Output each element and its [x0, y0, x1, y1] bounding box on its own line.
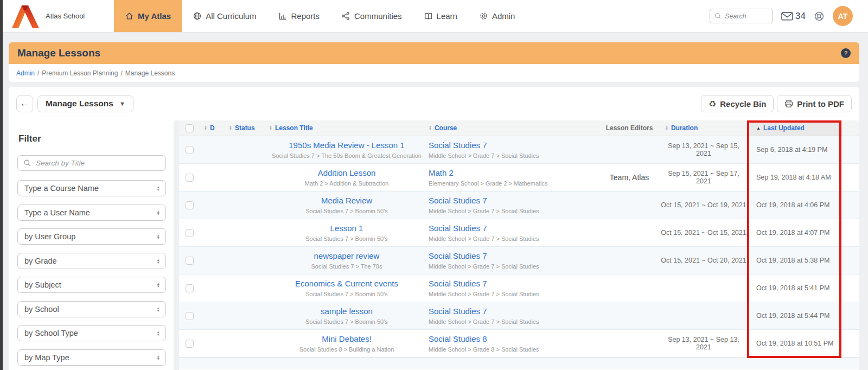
lesson-title-link[interactable]: sample lesson: [321, 307, 373, 316]
page-title: Manage Lessons: [17, 47, 100, 59]
column-header-duration[interactable]: ▲▼Duration: [661, 124, 746, 132]
course-link[interactable]: Social Studies 7: [429, 224, 598, 233]
nav-item-learn[interactable]: Learn: [413, 0, 468, 32]
search-input[interactable]: [725, 12, 763, 20]
network-icon: [341, 11, 350, 21]
course-link[interactable]: Social Studies 7: [429, 196, 598, 205]
sort-icon: ▲▼: [204, 125, 207, 131]
select-updown-icon: ▲▼: [157, 186, 160, 191]
lesson-title-link[interactable]: Media Review: [321, 196, 372, 205]
filter-select-label: Type a Course Name: [24, 184, 99, 193]
cell-lesson-title: newspaper review Social Studies 7 > The …: [265, 251, 424, 270]
page-banner: Manage Lessons ?: [9, 42, 859, 64]
toolbar: ← Manage Lessons ▼ ♻︎ Recycle Bin Print …: [9, 87, 859, 120]
lesson-title-link[interactable]: 1950s Media Review - Lesson 1: [289, 141, 404, 150]
column-header-last-updated[interactable]: ▲Last Updated: [746, 120, 842, 136]
course-link[interactable]: Math 2: [429, 168, 598, 177]
row-checkbox[interactable]: [186, 340, 194, 348]
filter-select-by-subject[interactable]: by Subject ▲▼: [17, 277, 166, 293]
nav-item-label: Admin: [492, 11, 515, 21]
avatar[interactable]: AT: [833, 6, 853, 26]
filter-select-label: by Map Type: [24, 353, 69, 362]
breadcrumb-separator: /: [120, 69, 122, 77]
lesson-title-link[interactable]: Mini Debates!: [322, 334, 372, 343]
help-icon[interactable]: ?: [841, 48, 851, 58]
chevron-down-icon: ▼: [119, 100, 125, 107]
filter-select-label: by Subject: [24, 280, 61, 289]
course-path: Middle School > Grade 7 > Social Studies: [429, 208, 598, 214]
select-updown-icon: ▲▼: [157, 258, 160, 264]
filter-select-by-school-type[interactable]: by School Type ▲▼: [17, 325, 166, 341]
row-checkbox[interactable]: [186, 201, 194, 209]
nav-item-all-curriculum[interactable]: All Curriculum: [182, 0, 267, 32]
lesson-title-link[interactable]: Lesson 1: [330, 224, 363, 233]
row-checkbox[interactable]: [186, 174, 194, 182]
nav-item-communities[interactable]: Communities: [330, 0, 413, 32]
lesson-unit-path: Social Studies 8 > Building a Nation: [299, 346, 394, 353]
view-selector-button[interactable]: Manage Lessons ▼: [37, 95, 133, 112]
global-search[interactable]: [710, 9, 773, 23]
table-header-row: ▲▼D ▲▼Status ▲▼Lesson Title ▲▼Course Les…: [179, 120, 859, 136]
breadcrumb-admin-link[interactable]: Admin: [16, 69, 35, 77]
sort-icon: ▲▼: [665, 125, 668, 131]
nav-item-admin[interactable]: Admin: [468, 0, 526, 32]
course-link[interactable]: Social Studies 7: [429, 307, 598, 316]
filter-select-type-a-user-name[interactable]: Type a User Name ▲▼: [17, 205, 166, 221]
course-link[interactable]: Social Studies 8: [429, 334, 598, 343]
brand[interactable]: Atlas School: [0, 0, 114, 32]
filter-select-by-school[interactable]: by School ▲▼: [17, 301, 166, 317]
select-all-checkbox[interactable]: [186, 124, 194, 132]
table-row: sample lesson Social Studies 7 > Boomin …: [179, 302, 859, 330]
row-checkbox[interactable]: [186, 229, 194, 237]
column-header-status[interactable]: ▲▼Status: [226, 124, 265, 132]
print-to-pdf-button[interactable]: Print to PDF: [777, 95, 852, 112]
column-header-lesson-title[interactable]: ▲▼Lesson Title: [265, 124, 424, 132]
lesson-unit-path: Social Studies 7 > Boomin 50's: [305, 291, 388, 297]
filter-select-by-grade[interactable]: by Grade ▲▼: [17, 253, 166, 269]
row-checkbox[interactable]: [186, 284, 194, 292]
column-header-course[interactable]: ▲▼Course: [424, 124, 598, 132]
recycle-bin-button[interactable]: ♻︎ Recycle Bin: [701, 95, 774, 112]
course-link[interactable]: Social Studies 7: [429, 251, 598, 260]
filter-select-by-map-type[interactable]: by Map Type ▲▼: [17, 349, 166, 366]
home-icon: [125, 11, 134, 21]
filter-select-by-user-group[interactable]: by User Group ▲▼: [17, 228, 166, 245]
cell-duration: Oct 15, 2021 ~ Oct 19, 2021: [661, 201, 746, 209]
column-header-d[interactable]: ▲▼D: [200, 124, 226, 132]
lesson-title-link[interactable]: Addition Lesson: [318, 168, 376, 177]
filter-search[interactable]: [17, 155, 166, 171]
help-lifebuoy-icon[interactable]: [814, 11, 824, 21]
primary-nav: My Atlas All Curriculum Reports Communit…: [114, 0, 526, 32]
nav-item-reports[interactable]: Reports: [267, 0, 331, 32]
back-button[interactable]: ←: [16, 95, 33, 112]
lesson-title-link[interactable]: Economics & Current events: [295, 279, 398, 288]
top-navbar: Atlas School My Atlas All Curriculum Rep…: [0, 0, 868, 33]
atlas-logo-icon: [10, 3, 41, 29]
row-checkbox[interactable]: [186, 312, 194, 320]
select-updown-icon: ▲▼: [157, 282, 160, 288]
lesson-unit-path: Social Studies 7 > Boomin 50's: [305, 208, 388, 214]
course-path: Middle School > Grade 7 > Social Studies: [429, 318, 598, 325]
cell-lesson-title: Economics & Current events Social Studie…: [265, 279, 424, 297]
cell-last-updated: Oct 19, 2018 at 10:51 PM: [746, 340, 842, 347]
nav-item-label: Communities: [354, 11, 402, 21]
cell-course: Math 2 Elementary School > Grade 2 > Mat…: [424, 168, 598, 187]
course-path: Middle School > Grade 7 > Social Studies: [429, 263, 598, 270]
course-link[interactable]: Social Studies 7: [429, 279, 598, 288]
lessons-table: ▲▼D ▲▼Status ▲▼Lesson Title ▲▼Course Les…: [179, 120, 859, 370]
filter-title-input[interactable]: [36, 159, 160, 167]
sort-icon: ▲▼: [229, 125, 232, 131]
select-updown-icon: ▲▼: [157, 330, 160, 336]
filter-select-type-a-course-name[interactable]: Type a Course Name ▲▼: [17, 180, 166, 196]
lesson-title-link[interactable]: newspaper review: [314, 251, 380, 260]
nav-item-my-atlas[interactable]: My Atlas: [114, 0, 182, 32]
lesson-unit-path: Social Studies 7 > Boomin 50's: [305, 235, 388, 242]
message-count: 34: [795, 11, 806, 22]
messages-button[interactable]: 34: [781, 11, 806, 22]
course-link[interactable]: Social Studies 7: [429, 141, 598, 150]
table-row: Media Review Social Studies 7 > Boomin 5…: [179, 192, 859, 219]
row-checkbox[interactable]: [186, 146, 194, 154]
course-path: Elementary School > Grade 2 > Mathematic…: [429, 180, 598, 187]
row-checkbox[interactable]: [186, 257, 194, 265]
lesson-unit-path: Social Studies 7 > The 50s Boom & Greate…: [272, 152, 422, 159]
